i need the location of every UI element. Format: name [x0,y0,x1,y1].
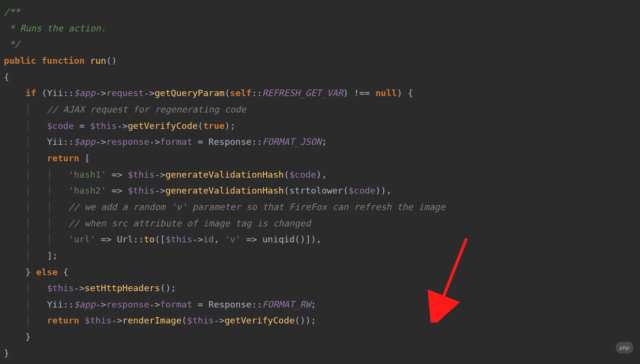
doc-line: * Runs the action. [4,23,106,33]
watermark-badge: php [616,342,633,353]
keyword-function: function [42,56,85,66]
keyword-public: public [4,56,36,66]
keyword-if: if [26,88,36,98]
code-block: /** * Runs the action. */ public functio… [4,4,640,361]
comment: // when src attribute of image tag is ch… [69,218,311,228]
doc-line: /** [4,7,20,17]
function-name: run [90,56,106,66]
comment: // AJAX request for regenerating code [47,104,246,114]
doc-line: */ [4,39,20,49]
comment: // we add a random 'v' parameter so that… [69,202,446,212]
